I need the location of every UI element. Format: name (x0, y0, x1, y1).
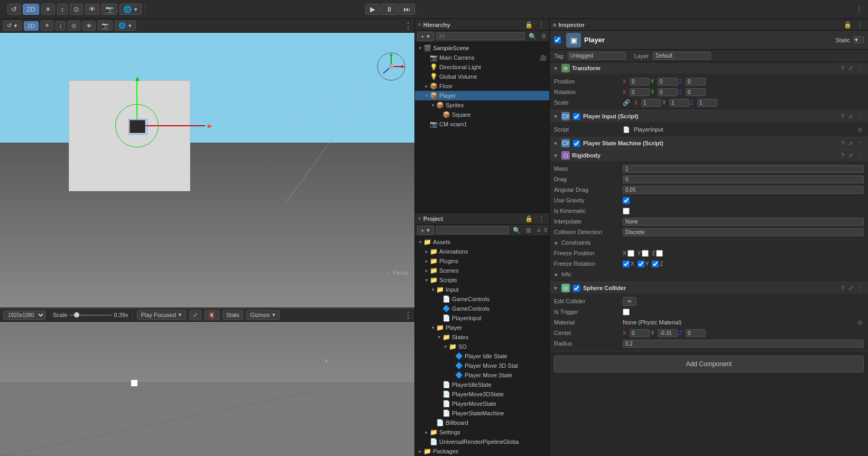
step-btn[interactable]: ⏭ (399, 4, 415, 15)
use-gravity-checkbox[interactable] (623, 197, 630, 204)
layer-select[interactable]: Default (653, 52, 711, 60)
project-item-urp[interactable]: 📄 UniversalRenderPipelineGloba (415, 437, 549, 446)
expand-square[interactable] (436, 111, 442, 118)
scale-slider[interactable] (70, 314, 112, 316)
project-item-pm3d-script[interactable]: 📄 PlayerMove3DState (415, 389, 549, 399)
pos-y-input[interactable] (658, 78, 678, 86)
freeze-rot-z-cb[interactable] (652, 260, 659, 267)
gizmos-btn[interactable]: Gizmos ▼ (246, 310, 280, 320)
project-list-btn[interactable]: ≡ (535, 226, 542, 235)
expand-pis-script[interactable] (436, 381, 442, 388)
scene-fx-btn[interactable]: ↕ (56, 21, 66, 31)
player-sm-link-btn[interactable]: ⤢ (847, 139, 855, 147)
center-z-input[interactable] (686, 329, 706, 337)
player-input-menu-btn[interactable]: ⋮ (856, 113, 865, 120)
transform-link-btn[interactable]: ⤢ (847, 64, 855, 72)
layout-btn[interactable]: ⋮ (854, 5, 864, 14)
project-item-billboard[interactable]: 📄 Billboard (415, 418, 549, 427)
project-item-settings[interactable]: ► 📁 Settings (415, 427, 549, 437)
interpolate-select[interactable]: None (623, 218, 864, 226)
hierarchy-item-samplescene[interactable]: ▼ 🎬 SampleScene (415, 43, 549, 53)
sphere-collider-link-btn[interactable]: ⤢ (847, 284, 855, 292)
expand-dirlight[interactable] (423, 64, 430, 70)
expand-pm3d-script[interactable] (436, 391, 442, 397)
sphere-collider-menu-btn[interactable]: ⋮ (856, 284, 865, 292)
expand-assets[interactable]: ▼ (417, 239, 423, 245)
visibility-toggle-btn[interactable]: 👁 (85, 4, 99, 15)
expand-scenes[interactable]: ► (423, 267, 430, 274)
project-item-playeridlestate-script[interactable]: 📄 PlayerIdleState (415, 380, 549, 389)
collision-detection-select[interactable]: Discrete (623, 228, 864, 236)
expand-gc2[interactable] (436, 305, 442, 312)
sphere-collider-help-btn[interactable]: ? (839, 284, 846, 292)
rot-x-input[interactable] (630, 88, 650, 96)
expand-gc1[interactable] (436, 296, 442, 302)
inspector-lock-btn[interactable]: 🔒 (842, 21, 853, 29)
project-item-animations[interactable]: ► 📁 Animations (415, 247, 549, 256)
project-item-playermove3d-so[interactable]: 🔷 Player Move 3D Stat (415, 361, 549, 370)
project-item-input[interactable]: ▼ 📁 Input (415, 285, 549, 294)
project-item-psm-script[interactable]: 📄 PlayerStateMachine (415, 408, 549, 418)
rigidbody-menu-btn[interactable]: ⋮ (856, 152, 865, 160)
hierarchy-item-player[interactable]: ▼ 📦 Player (415, 91, 549, 100)
scale-z-input[interactable] (697, 99, 717, 107)
expand-billboard[interactable] (430, 420, 436, 426)
freeze-rot-y-cb[interactable] (638, 260, 644, 267)
expand-pms[interactable] (449, 372, 455, 378)
project-item-playermove-so[interactable]: 🔷 Player Move State (415, 370, 549, 380)
scene-eye-btn[interactable]: 👁 (82, 21, 96, 31)
static-dropdown[interactable]: ▼ (853, 36, 864, 43)
hierarchy-add-btn[interactable]: +▼ (417, 32, 434, 41)
expand-psm-script[interactable] (436, 410, 442, 416)
constraints-header[interactable]: ► Constraints (550, 237, 868, 248)
player-sm-help-btn[interactable]: ? (839, 139, 846, 147)
expand-pi[interactable] (436, 315, 442, 321)
project-item-scenes[interactable]: ► 📁 Scenes (415, 266, 549, 275)
object-active-checkbox[interactable] (554, 36, 561, 43)
expand-floor[interactable]: ► (423, 83, 430, 89)
project-item-so[interactable]: ▼ 📁 SO (415, 342, 549, 351)
expand-input[interactable]: ▼ (430, 286, 436, 293)
add-component-btn[interactable]: Add Component (554, 356, 864, 373)
project-menu-btn[interactable]: ⋮ (537, 215, 546, 223)
script-select-btn[interactable]: ⊙ (856, 126, 864, 134)
hierarchy-eye-btn[interactable]: 8 (540, 32, 547, 41)
material-select-btn[interactable]: ⊙ (856, 319, 864, 327)
expand-pis[interactable] (449, 353, 455, 359)
scene-light-btn[interactable]: ☀ (41, 21, 53, 31)
expand-pm3d[interactable] (449, 362, 455, 369)
expand-pm-script[interactable] (436, 401, 442, 407)
project-item-playerinput[interactable]: 📄 PlayerInput (415, 313, 549, 323)
play-focused-btn[interactable]: Play Focused ▼ (137, 310, 186, 320)
project-item-player-folder[interactable]: ▼ 📁 Player (415, 323, 549, 332)
hierarchy-item-dirlight[interactable]: 💡 Directional Light (415, 62, 549, 72)
scale-x-input[interactable] (641, 99, 661, 107)
expand-settings[interactable]: ► (423, 429, 430, 435)
rigidbody-link-btn[interactable]: ⤢ (847, 152, 855, 160)
hierarchy-item-vcam[interactable]: 📷 CM vcam1 (415, 119, 549, 129)
player-input-help-btn[interactable]: ? (839, 113, 846, 120)
rigidbody-help-btn[interactable]: ? (839, 152, 846, 160)
is-kinematic-checkbox[interactable] (623, 208, 630, 215)
fx-toggle-btn[interactable]: ↕ (57, 4, 68, 15)
expand-vcam[interactable] (423, 121, 430, 127)
scene-globe-btn[interactable]: 🌐▼ (115, 21, 136, 31)
scale-y-input[interactable] (669, 99, 689, 107)
scene-canvas[interactable]: ► ▲ (0, 33, 414, 308)
project-item-plugins[interactable]: ► 📁 Plugins (415, 256, 549, 266)
expand-packages[interactable]: ► (417, 448, 423, 454)
scene-menu-btn[interactable]: ⋮ (404, 21, 412, 31)
pos-z-input[interactable] (686, 78, 706, 86)
project-item-states[interactable]: ▼ 📁 States (415, 332, 549, 342)
orientation-gizmo[interactable] (376, 51, 407, 82)
pos-x-input[interactable] (630, 78, 650, 86)
transform-menu-btn[interactable]: ⋮ (856, 64, 865, 72)
rot-y-input[interactable] (658, 88, 678, 96)
hierarchy-item-floor[interactable]: ► 📦 Floor (415, 81, 549, 91)
project-icon-btn[interactable]: ⊞ (524, 226, 533, 235)
player-input-header[interactable]: ▼ C# Player Input (Script) ? ⤢ ⋮ (550, 110, 868, 122)
expand-globalvolume[interactable] (423, 73, 430, 80)
rotate-tool-btn[interactable]: ↺ (7, 4, 21, 15)
freeze-rot-x-cb[interactable] (623, 260, 630, 267)
mute-btn[interactable]: 🔇 (205, 310, 219, 320)
